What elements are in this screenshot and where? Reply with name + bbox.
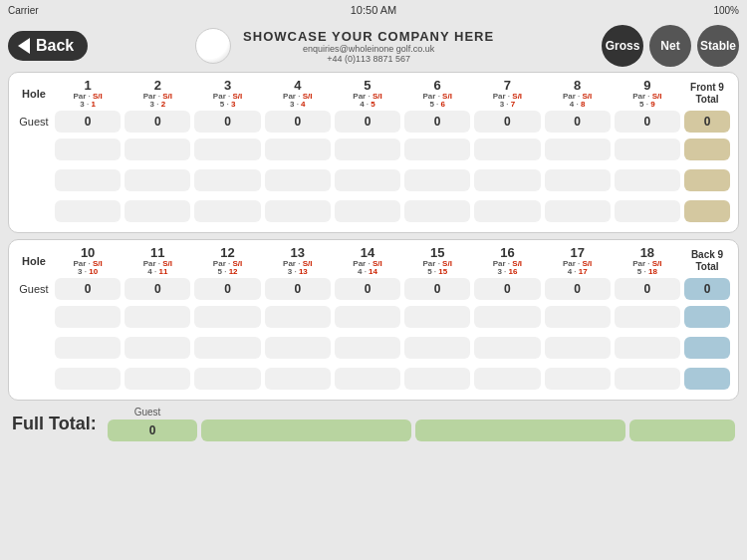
front9-extra3-score-5[interactable] bbox=[335, 200, 400, 222]
front9-score-3[interactable]: 0 bbox=[194, 111, 260, 133]
front9-score-6[interactable]: 0 bbox=[404, 111, 470, 133]
back9-extra2-score-11[interactable] bbox=[124, 337, 190, 359]
front9-extra3-score-7[interactable] bbox=[474, 200, 540, 222]
front9-score-4[interactable]: 0 bbox=[265, 111, 331, 133]
back9-score-18[interactable]: 0 bbox=[615, 278, 680, 300]
back9-score-16[interactable]: 0 bbox=[474, 278, 540, 300]
back9-extra3-score-17[interactable] bbox=[545, 368, 611, 390]
front9-extra2-score-3[interactable] bbox=[194, 169, 260, 191]
full-total-player-total[interactable]: 0 bbox=[108, 420, 197, 441]
front9-extra-row-2 bbox=[15, 168, 732, 195]
front9-extra2-score-4[interactable] bbox=[265, 169, 331, 191]
full-total-col4[interactable] bbox=[629, 420, 735, 441]
back9-extra3-score-11[interactable] bbox=[124, 368, 190, 390]
back9-extra1-score-16[interactable] bbox=[474, 306, 540, 328]
front9-extra1-score-2[interactable] bbox=[124, 139, 190, 160]
hole-5-header: 5 Par · S/I 4 · 5 bbox=[333, 77, 402, 110]
back9-extra1-score-17[interactable] bbox=[545, 306, 611, 328]
back9-extra1-score-18[interactable] bbox=[615, 306, 680, 328]
front9-extra1-score-7[interactable] bbox=[474, 139, 540, 160]
scorecards-container: Hole 1 Par · S/I 3 · 1 2 Par · S/I 3 · 2… bbox=[0, 72, 747, 401]
front9-extra2-score-8[interactable] bbox=[545, 169, 611, 191]
back9-extra2-score-12[interactable] bbox=[194, 337, 260, 359]
front9-extra3-score-1[interactable] bbox=[55, 200, 121, 222]
full-total-col3[interactable] bbox=[415, 420, 625, 441]
front9-extra2-score-6[interactable] bbox=[404, 169, 470, 191]
front9-extra2-score-2[interactable] bbox=[124, 169, 190, 191]
back9-score-15[interactable]: 0 bbox=[404, 278, 470, 300]
front9-extra3-score-4[interactable] bbox=[265, 200, 331, 222]
back9-total[interactable]: 0 bbox=[684, 278, 730, 300]
front9-extra1-score-4[interactable] bbox=[265, 139, 331, 160]
back9-extra1-total[interactable] bbox=[684, 306, 730, 328]
back9-extra3-score-14[interactable] bbox=[335, 368, 400, 390]
front9-score-2[interactable]: 0 bbox=[124, 111, 190, 133]
front9-extra2-score-1[interactable] bbox=[55, 169, 121, 191]
back9-score-12[interactable]: 0 bbox=[194, 278, 260, 300]
back9-extra3-score-18[interactable] bbox=[615, 368, 680, 390]
back9-extra1-score-14[interactable] bbox=[335, 306, 400, 328]
back9-score-13[interactable]: 0 bbox=[265, 278, 331, 300]
front9-total-header: Front 9Total bbox=[682, 77, 732, 110]
back9-extra3-score-13[interactable] bbox=[265, 368, 331, 390]
back9-extra3-score-16[interactable] bbox=[474, 368, 540, 390]
front9-extra1-score-3[interactable] bbox=[194, 139, 260, 160]
back9-extra3-score-15[interactable] bbox=[404, 368, 470, 390]
front9-extra1-total[interactable] bbox=[684, 139, 730, 160]
front9-extra3-score-2[interactable] bbox=[124, 200, 190, 222]
back9-extra2-score-18[interactable] bbox=[615, 337, 680, 359]
back9-extra1-score-15[interactable] bbox=[404, 306, 470, 328]
front9-extra1-score-1[interactable] bbox=[55, 139, 121, 160]
back9-extra1-score-13[interactable] bbox=[265, 306, 331, 328]
net-button[interactable]: Net bbox=[649, 25, 691, 67]
front9-extra1-score-9[interactable] bbox=[615, 139, 680, 160]
front9-score-5[interactable]: 0 bbox=[335, 111, 400, 133]
front9-extra2-total[interactable] bbox=[684, 169, 730, 191]
back9-score-17[interactable]: 0 bbox=[545, 278, 611, 300]
full-total-label: Full Total: bbox=[12, 414, 102, 434]
back9-extra1-score-11[interactable] bbox=[124, 306, 190, 328]
back9-extra2-total[interactable] bbox=[684, 337, 730, 359]
front9-extra3-score-8[interactable] bbox=[545, 200, 611, 222]
back9-extra2-score-15[interactable] bbox=[404, 337, 470, 359]
back9-guest-label: Guest bbox=[15, 277, 53, 301]
front9-extra3-total[interactable] bbox=[684, 200, 730, 222]
full-total-col2[interactable] bbox=[201, 420, 411, 441]
front9-total[interactable]: 0 bbox=[684, 111, 730, 133]
hole-1-header: 1 Par · S/I 3 · 1 bbox=[53, 77, 123, 110]
gross-button[interactable]: Gross bbox=[602, 25, 643, 67]
back9-extra1-score-10[interactable] bbox=[55, 306, 121, 328]
back9-score-10[interactable]: 0 bbox=[55, 278, 121, 300]
front9-guest-label: Guest bbox=[15, 110, 53, 134]
back-button[interactable]: Back bbox=[8, 31, 88, 61]
back9-extra3-score-10[interactable] bbox=[55, 368, 121, 390]
back9-extra2-score-17[interactable] bbox=[545, 337, 611, 359]
back9-extra3-total[interactable] bbox=[684, 368, 730, 390]
front9-score-1[interactable]: 0 bbox=[55, 111, 121, 133]
front9-extra1-score-5[interactable] bbox=[335, 139, 400, 160]
front9-extra3-score-3[interactable] bbox=[194, 200, 260, 222]
back9-score-11[interactable]: 0 bbox=[124, 278, 190, 300]
front9-extra2-score-9[interactable] bbox=[615, 169, 680, 191]
company-email: enquiries@wholeinone golf.co.uk bbox=[243, 44, 494, 54]
front9-extra1-score-8[interactable] bbox=[545, 139, 611, 160]
front9-score-7[interactable]: 0 bbox=[474, 111, 540, 133]
back9-extra1-score-12[interactable] bbox=[194, 306, 260, 328]
stable-button[interactable]: Stable bbox=[697, 25, 739, 67]
front9-scorecard: Hole 1 Par · S/I 3 · 1 2 Par · S/I 3 · 2… bbox=[8, 72, 739, 233]
back9-extra2-score-16[interactable] bbox=[474, 337, 540, 359]
front9-extra3-score-9[interactable] bbox=[615, 200, 680, 222]
front9-score-9[interactable]: 0 bbox=[615, 111, 680, 133]
back9-score-14[interactable]: 0 bbox=[335, 278, 400, 300]
hole-8-header: 8 Par · S/I 4 · 8 bbox=[543, 77, 613, 110]
front9-score-8[interactable]: 0 bbox=[545, 111, 611, 133]
front9-extra1-score-6[interactable] bbox=[404, 139, 470, 160]
back9-extra2-score-10[interactable] bbox=[55, 337, 121, 359]
front9-extra2-score-7[interactable] bbox=[474, 169, 540, 191]
hole-13-header: 13 Par · S/I 3 · 13 bbox=[263, 244, 333, 277]
front9-extra3-score-6[interactable] bbox=[404, 200, 470, 222]
back9-extra2-score-14[interactable] bbox=[335, 337, 400, 359]
front9-extra2-score-5[interactable] bbox=[335, 169, 400, 191]
back9-extra3-score-12[interactable] bbox=[194, 368, 260, 390]
back9-extra2-score-13[interactable] bbox=[265, 337, 331, 359]
